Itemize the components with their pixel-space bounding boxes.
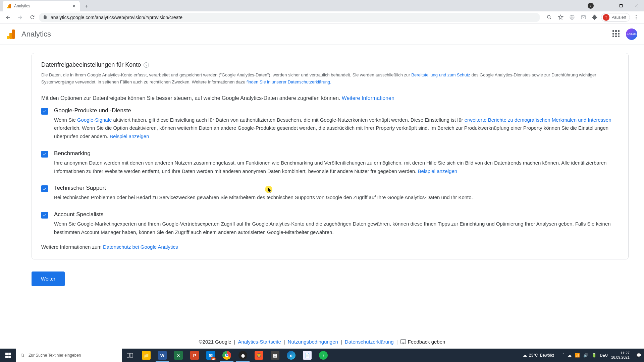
browser-toolbar: analytics.google.com/analytics/web/provi… [0,11,644,23]
checkbox-google-products[interactable] [41,108,48,115]
bookmark-icon[interactable] [555,12,566,23]
checkbox-account-specialists[interactable] [41,212,48,219]
opt4-desc: Wenn Sie Google-Marketingexperten und Ih… [54,220,619,237]
app1-icon[interactable]: ▤ [267,349,283,362]
help-icon[interactable]: ? [144,62,149,68]
word-icon[interactable]: W [154,349,170,362]
weather-widget[interactable]: ☁ 23°C Bewölkt [523,353,554,358]
task-view-icon[interactable] [122,349,138,362]
windows-taskbar: Zur Suche Text hier eingeben 📁 W X P ✉22… [0,349,644,362]
tab-close-icon[interactable]: ✕ [71,3,76,9]
footer-link-terms[interactable]: Nutzungsbedingungen [288,339,338,345]
battery-icon[interactable]: 🔋 [592,353,597,358]
checkbox-tech-support[interactable] [41,185,48,192]
window-controls [598,0,644,11]
search-icon [20,353,25,358]
link-google-signals[interactable]: Google-Signale [77,117,112,123]
brave-icon[interactable]: 🦁 [251,349,267,362]
opt3-desc: Bei technischen Problemen oder bei Bedar… [54,193,619,202]
nav-reload-button[interactable] [27,12,38,23]
google-apps-icon[interactable] [612,30,621,38]
next-button[interactable]: Weiter [32,272,65,286]
start-button[interactable] [0,349,16,362]
nav-forward-button[interactable] [15,12,25,23]
link-privacy-policy[interactable]: finden Sie in unserer Datenschutzerkläru… [247,79,331,84]
checkbox-benchmarking[interactable] [41,151,48,158]
footer-feedback[interactable]: Feedback geben [400,339,445,345]
link-show-example-2[interactable]: Beispiel anzeigen [418,168,458,174]
extensions-icon[interactable] [590,12,600,23]
address-bar[interactable]: analytics.google.com/analytics/web/provi… [39,13,540,22]
opt2-title: Benchmarking [54,150,619,157]
link-ga-privacy[interactable]: Datenschutz bei Google Analytics [103,244,178,250]
wifi-icon[interactable]: 📶 [575,353,580,358]
url-text: analytics.google.com/analytics/web/provi… [51,15,182,20]
profile-status: Pausiert [611,15,626,20]
media-control-icon[interactable]: ♪ [588,3,594,9]
weather-icon: ☁ [523,353,527,358]
new-tab-button[interactable]: ＋ [82,1,91,11]
svg-line-14 [23,356,24,357]
footer-link-privacy[interactable]: Datenschutzerklärung [345,339,394,345]
chrome-menu-icon[interactable] [631,12,641,23]
option-benchmarking: Benchmarking Ihre anonymen Daten werden … [41,150,619,176]
footer-link-home[interactable]: Analytics-Startseite [238,339,281,345]
svg-point-12 [636,18,637,19]
link-more-info[interactable]: Weitere Informationen [342,95,394,101]
svg-point-10 [636,15,637,16]
intro-text: Die Daten, die in Ihrem Google Analytics… [41,72,619,86]
section-title: Datenfreigabeeinstellungen für Konto ? [41,61,619,68]
mail-icon[interactable]: ✉22 [203,349,219,362]
translate-icon[interactable] [567,12,578,23]
tab-favicon [6,3,11,9]
taskbar-clock[interactable]: 11:27 16.09.2021 [611,351,630,360]
link-provision-protection[interactable]: Bereitstellung und zum Schutz [411,72,470,77]
svg-rect-1 [620,4,622,7]
opt1-title: Google-Produkte und -Dienste [54,107,619,114]
svg-point-11 [636,17,637,18]
privacy-note: Weitere Informationen zum Datenschutz be… [41,244,619,250]
browser-tab-active[interactable]: Analytics ✕ [3,1,80,11]
browser-tabstrip: Analytics ✕ ＋ ♪ [0,0,644,11]
notepad-icon[interactable]: 📄 [299,349,315,362]
lock-icon [43,15,47,20]
link-show-example-1[interactable]: Beispiel anzeigen [110,133,149,139]
profile-chip[interactable]: T Pausiert [601,13,630,22]
file-explorer-icon[interactable]: 📁 [138,349,154,362]
obs-icon[interactable]: ◉ [235,349,251,362]
nav-back-button[interactable] [3,12,13,23]
clock-time: 11:27 [611,351,630,355]
opt2-desc: Ihre anonymen Daten werden mit denen von… [54,159,619,176]
window-minimize-button[interactable] [598,0,613,11]
feedback-icon [400,339,406,344]
window-maximize-button[interactable] [613,0,629,11]
onedrive-icon[interactable]: ☁ [568,353,572,358]
powerpoint-icon[interactable]: P [186,349,203,362]
opt4-title: Account Specialists [54,211,619,218]
edge-icon[interactable]: e [283,349,299,362]
account-avatar[interactable]: Affiliate [626,28,637,40]
svg-rect-16 [130,353,133,357]
gmail-ext-icon[interactable] [578,12,589,23]
volume-icon[interactable]: 🔊 [583,353,588,358]
svg-point-13 [21,354,24,356]
svg-line-5 [550,18,551,19]
svg-rect-9 [582,16,586,19]
spotify-icon[interactable]: ♪ [315,349,331,362]
copyright: ©2021 Google [199,339,231,345]
taskbar-search[interactable]: Zur Suche Text hier eingeben [16,349,122,362]
system-tray: ˄ ☁ 📶 🔊 🔋 DEU [562,353,608,358]
app-title: Analytics [21,30,51,39]
notifications-icon[interactable]: 💬 [636,353,641,358]
window-close-button[interactable] [629,0,644,11]
sub-intro: Mit den Optionen zur Datenfreigabe könne… [41,95,619,101]
option-account-specialists: Account Specialists Wenn Sie Google-Mark… [41,211,619,237]
weather-desc: Bewölkt [540,353,554,358]
profile-avatar-icon: T [603,14,609,21]
chrome-icon[interactable] [219,349,235,362]
zoom-icon[interactable] [544,12,555,23]
excel-icon[interactable]: X [170,349,186,362]
language-indicator[interactable]: DEU [600,353,608,357]
tray-chevron-icon[interactable]: ˄ [562,353,564,358]
link-demographic-reports[interactable]: erweiterte Berichte zu demografischen Me… [465,117,611,123]
